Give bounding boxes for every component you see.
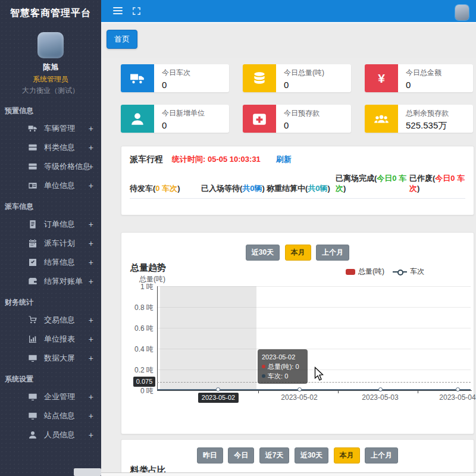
- sidebar-item-grade-price-info[interactable]: 等级价格信息 +: [0, 157, 101, 176]
- y-tick: 0 吨: [121, 386, 154, 396]
- data-point[interactable]: [216, 387, 220, 392]
- sidebar-item-transaction-info[interactable]: 交易信息 +: [0, 311, 101, 330]
- hamburger-icon[interactable]: [113, 7, 123, 15]
- y-tick: 0.8 吨: [121, 303, 154, 313]
- sidebar-item-unit-info[interactable]: 单位信息 +: [0, 176, 101, 195]
- x-axis-line: [157, 390, 472, 391]
- sidebar-item-settlement-statement[interactable]: 结算对账单 +: [0, 272, 101, 291]
- stat-card-today-trips: 今日车次0: [121, 64, 229, 92]
- sidebar-item-site-info[interactable]: 站点信息 +: [0, 406, 101, 425]
- range-button-today[interactable]: 今日: [228, 447, 254, 464]
- user-role: 系统管理员: [0, 74, 101, 84]
- user-name: 陈旭: [0, 62, 101, 73]
- dispatch-col-waiting: 待发车(0 车次): [130, 183, 201, 193]
- expand-plus-icon: +: [89, 387, 93, 406]
- hover-band: [160, 286, 256, 390]
- people-icon: [365, 105, 398, 133]
- refresh-link[interactable]: 刷新: [276, 154, 292, 165]
- stat-value: 525.535万: [406, 120, 449, 131]
- sidebar-item-settlement-info[interactable]: 结算信息 +: [0, 253, 101, 272]
- sidebar-item-label: 料类信息: [44, 142, 75, 153]
- document-icon: [28, 220, 37, 229]
- y-tick: 0.2 吨: [121, 365, 154, 375]
- user-avatar[interactable]: [37, 32, 64, 58]
- stat-label: 今日车次: [162, 68, 190, 78]
- range-button-this-month[interactable]: 本月: [285, 245, 311, 261]
- stat-label: 今日预存款: [284, 108, 320, 118]
- range-button-30d[interactable]: 近30天: [246, 245, 280, 261]
- range-button-this-month[interactable]: 本月: [334, 447, 360, 464]
- legend-bar-swatch[interactable]: [346, 269, 355, 275]
- dispatch-col-departed: 已离场完成(今日0 车次): [336, 173, 409, 193]
- sidebar-item-dispatch-plan[interactable]: 派车计划 +: [0, 234, 101, 253]
- dispatch-status-columns: 待发车(0 车次) 已入场等待(共0辆) 称重结算中(共0辆) 已离场完成(今日…: [130, 173, 465, 199]
- horizontal-scrollbar[interactable]: [101, 472, 476, 476]
- tooltip-row-trips: 车次: 0: [262, 371, 303, 381]
- stat-value: 0: [284, 120, 320, 130]
- stat-value: 0: [162, 80, 190, 90]
- dispatch-col-entered: 已入场等待(共0辆): [201, 183, 267, 193]
- range-button-7d[interactable]: 近7天: [259, 447, 290, 464]
- trend-range-buttons: 近30天 本月 上个月: [121, 245, 474, 261]
- navy-dot-icon: [262, 374, 265, 378]
- calendar-icon: [28, 239, 37, 248]
- expand-plus-icon: +: [89, 253, 93, 272]
- topbar: [101, 0, 476, 22]
- dispatch-col-weighing: 称重结算中(共0辆): [267, 183, 336, 193]
- app-root: 智慧客商管理平台 陈旭 系统管理员 大力衡业（测试） 预置信息 车辆管理 + 料…: [0, 0, 476, 476]
- sidebar-item-personnel-info[interactable]: 人员信息 +: [0, 425, 101, 444]
- app-title: 智慧客商管理平台: [0, 0, 101, 24]
- person-icon: [121, 105, 154, 133]
- category-panel: 昨日 今日 近7天 近30天 本月 上个月 料类占比: [121, 439, 474, 476]
- data-point[interactable]: [456, 387, 460, 392]
- sidebar-item-label: 交易信息: [44, 315, 75, 325]
- dispatch-header: 派车行程 统计时间: 05-05 10:03:31 刷新: [121, 146, 474, 165]
- data-point[interactable]: [378, 387, 383, 392]
- sidebar-section-system: 系统设置: [0, 368, 101, 387]
- legend-line-marker[interactable]: [393, 271, 407, 273]
- sidebar-item-material-info[interactable]: 料类信息 +: [0, 138, 101, 157]
- sidebar-item-label: 站点信息: [44, 411, 75, 421]
- data-point[interactable]: [298, 387, 302, 392]
- x-label: 2023-05-03: [356, 393, 404, 402]
- sidebar-item-label: 数据大屏: [44, 353, 75, 364]
- box-icon: [28, 143, 37, 152]
- range-button-last-month[interactable]: 上个月: [365, 447, 398, 464]
- range-button-yesterday[interactable]: 昨日: [197, 447, 223, 464]
- box-icon: [28, 162, 37, 171]
- fullscreen-expand-icon[interactable]: [132, 7, 141, 15]
- sidebar-item-data-screen[interactable]: 数据大屏 +: [0, 349, 101, 368]
- sidebar-item-enterprise-management[interactable]: 企业管理 +: [0, 387, 101, 406]
- truck-icon: [28, 124, 37, 133]
- sidebar-item-label: 结算对账单: [44, 276, 83, 287]
- monitor-icon: [28, 392, 37, 402]
- stat-label: 今日总量(吨): [284, 68, 324, 78]
- category-range-buttons: 昨日 今日 近7天 近30天 本月 上个月: [121, 447, 474, 464]
- trend-chart: 总量(吨) 1 吨 0.8 吨 0.6 吨 0.4 吨 0.2 吨 0 吨 0.…: [121, 274, 474, 417]
- sidebar-item-label: 企业管理: [44, 392, 75, 402]
- sidebar-item-unit-report[interactable]: 单位报表 +: [0, 330, 101, 349]
- range-button-30d[interactable]: 近30天: [295, 447, 328, 464]
- stat-value: 0: [284, 80, 324, 90]
- user-avatar-image[interactable]: [455, 5, 469, 20]
- sidebar-item-order-info[interactable]: 订单信息 +: [0, 215, 101, 234]
- sidebar-scrollbar[interactable]: [74, 468, 101, 476]
- trips-series-line: [157, 389, 471, 390]
- tab-home[interactable]: 首页: [107, 30, 137, 49]
- range-button-last-month[interactable]: 上个月: [316, 245, 349, 261]
- expand-plus-icon: +: [89, 215, 93, 234]
- sidebar-section-finance: 财务统计: [0, 291, 101, 311]
- sidebar-item-vehicle-management[interactable]: 车辆管理 +: [0, 119, 101, 138]
- user-company: 大力衡业（测试）: [0, 86, 101, 96]
- truck-icon: [121, 64, 154, 92]
- stat-label: 总剩余预存款: [406, 108, 449, 118]
- x-label: 2023-05-02: [275, 393, 323, 402]
- sidebar-section-preset: 预置信息: [0, 99, 101, 119]
- stat-card-today-tonnage: 今日总量(吨)0: [243, 64, 351, 92]
- database-icon: [243, 64, 276, 92]
- mark-line-value: 0.075: [133, 377, 155, 387]
- expand-plus-icon: +: [89, 311, 93, 330]
- stat-card-today-amount: ¥ 今日总金额0: [365, 64, 473, 92]
- y-axis-line: [157, 286, 158, 390]
- y-tick: 1 吨: [121, 282, 154, 292]
